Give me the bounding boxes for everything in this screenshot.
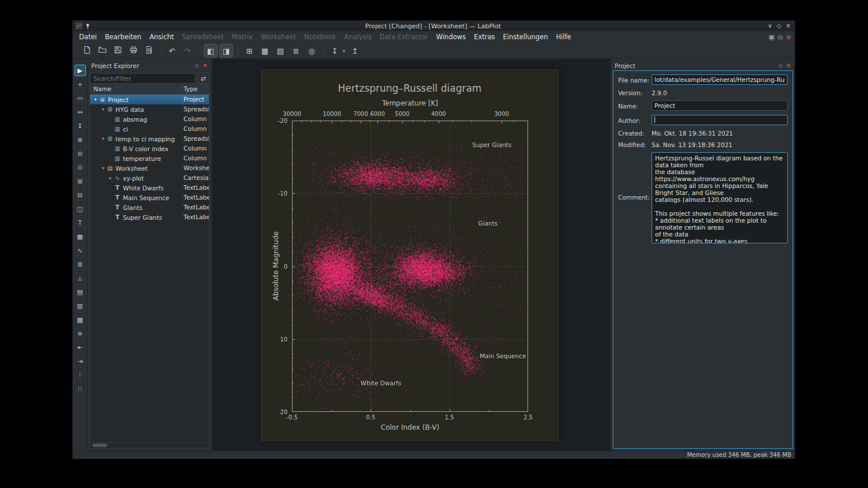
column-header-type[interactable]: Type [181, 85, 209, 94]
add-text-label-tool[interactable]: T [74, 217, 86, 228]
menu-ansicht[interactable]: Ansicht [145, 31, 178, 43]
node-type: TextLabel [181, 183, 209, 193]
zoom-x-select-tool[interactable]: ↔ [74, 106, 86, 118]
undo-button[interactable]: ↶ [165, 44, 179, 58]
add-plot-two-axes-tool[interactable]: ⊟ [74, 189, 86, 201]
auto-scale-tool[interactable]: ⊙ [74, 162, 86, 173]
scrollbar-thumb[interactable] [92, 444, 107, 447]
toolbar-separator [200, 46, 200, 56]
float-dock-icon[interactable]: ◇ [779, 63, 783, 69]
new-file-button[interactable] [80, 44, 93, 58]
top-axis-title[interactable]: Temperature [K] [292, 99, 528, 107]
save-button[interactable] [111, 44, 125, 58]
select-tool[interactable]: ▶ [74, 65, 86, 76]
plot-title[interactable]: Hertzsprung–Russell diagram [261, 82, 558, 94]
tree-row-xy-plot[interactable]: ▸∿xy-plotCartesianPlot [90, 173, 209, 183]
zoom-y-select-tool[interactable]: ↕ [74, 120, 86, 132]
add-axis-tool[interactable]: ⊥ [74, 272, 86, 284]
new-worksheet-button[interactable]: ▤ [274, 44, 287, 58]
more-options-tool[interactable]: ⋮ [74, 369, 86, 381]
dropdown-arrow-icon[interactable]: ∨ [342, 48, 346, 54]
menu-einstellungen[interactable]: Einstellungen [499, 31, 552, 43]
print-preview-button[interactable] [142, 44, 156, 58]
filter-options-icon[interactable]: ⇄ [197, 73, 209, 84]
menu-extras[interactable]: Extras [470, 31, 499, 43]
menu-hilfe[interactable]: Hilfe [552, 31, 575, 43]
titlebar[interactable]: Project [Changed] - [Worksheet] — LabPlo… [73, 21, 795, 31]
tree-row-absmag[interactable]: ▥absmagColumn [90, 114, 209, 124]
new-matrix-button[interactable]: ▦ [258, 44, 272, 58]
snap-options-tool[interactable]: ∷ [74, 383, 86, 395]
tree-row-b-v-color-index[interactable]: ▥B-V color indexColumn [90, 144, 209, 153]
float-dock-icon[interactable]: ◇ [195, 63, 199, 69]
tree-row-super-giants[interactable]: TSuper GiantsTextLabel [90, 212, 209, 222]
tree-row-white-dwarfs[interactable]: TWhite DwarfsTextLabel [90, 183, 209, 193]
redo-button[interactable]: ↷ [181, 44, 194, 58]
grid-layout-tool[interactable]: ▩ [74, 314, 86, 325]
zoom-in-tool[interactable]: ⊕ [74, 134, 86, 145]
maximize-window-icon[interactable]: ◇ [777, 23, 781, 29]
node-type: TextLabel [181, 193, 209, 202]
zoom-select-tool[interactable]: ▭ [74, 92, 86, 104]
tree-row-temp-to-ci-mapping[interactable]: ▾⊞temp to ci mappingSpreadsheet [90, 134, 209, 144]
add-curve-tool[interactable]: ∿ [74, 245, 86, 256]
tree-row-worksheet[interactable]: ▾▤WorksheetWorksheet [90, 163, 209, 173]
y-axis-title[interactable]: Absolute Magnitude [272, 231, 280, 301]
tree-row-project[interactable]: ▾▣ProjectProject [90, 95, 209, 104]
toggle-project-explorer-button[interactable]: ◧ [204, 44, 218, 58]
hr-scatter-plot[interactable] [292, 121, 528, 412]
hide-menubar-icon[interactable]: ▣ [769, 33, 775, 41]
project-explorer-header[interactable]: Project Explorer ◇ × [88, 59, 211, 70]
name-field[interactable] [652, 100, 788, 111]
tree-row-temperature[interactable]: ▥temperatureColumn [90, 153, 209, 163]
tree-row-giants[interactable]: TGiantsTextLabel [90, 202, 209, 212]
column-header-name[interactable]: Name [90, 85, 181, 94]
zoom-out-tool[interactable]: ⊖ [74, 148, 86, 159]
add-plot-centered-tool[interactable]: ◫ [74, 203, 86, 215]
pin-icon[interactable] [85, 23, 91, 29]
add-image-tool[interactable]: ▦ [74, 231, 86, 242]
import-button[interactable]: ↧ [328, 44, 342, 58]
tree-row-ci[interactable]: ▥ciColumn [90, 124, 209, 134]
add-plot-tool[interactable]: ⊞ [74, 175, 86, 187]
open-file-button[interactable] [95, 44, 109, 58]
comment-field[interactable]: Hertzsprung-Russel diagram based on the … [652, 152, 788, 243]
close-dock-icon[interactable]: × [203, 63, 208, 69]
new-notebook-button[interactable]: ≣ [289, 44, 303, 58]
expander-icon[interactable]: ▾ [100, 136, 106, 141]
data-extractor-button[interactable]: ◎ [305, 44, 319, 58]
node-type: Project [181, 95, 204, 104]
align-left-tool[interactable]: ⇤ [74, 341, 86, 353]
tree-row-main-sequence[interactable]: TMain SequenceTextLabel [90, 193, 209, 202]
toggle-properties-button[interactable]: ◨ [219, 44, 233, 58]
menu-datei[interactable]: Datei [75, 31, 101, 43]
menu-windows[interactable]: Windows [432, 31, 470, 43]
shade-window-icon[interactable]: ∨ [768, 23, 772, 29]
export-button[interactable]: ↥ [348, 44, 362, 58]
break-layout-tool[interactable]: ≡ [74, 328, 86, 339]
search-input[interactable] [90, 73, 196, 84]
expander-icon[interactable]: ▾ [92, 97, 99, 102]
worksheet-page[interactable]: Hertzsprung–Russell diagram Temperature … [261, 70, 558, 441]
expander-icon[interactable]: ▾ [100, 166, 106, 171]
close-window-icon[interactable]: × [786, 23, 791, 29]
close-dock-icon[interactable]: × [786, 63, 791, 69]
horizontal-layout-tool[interactable]: ▥ [74, 300, 86, 311]
close-window-icon[interactable]: ⊗ [786, 33, 791, 41]
expander-icon[interactable]: ▾ [100, 107, 106, 112]
file-name-field[interactable] [652, 74, 788, 85]
window-menu-icon[interactable]: ◎ [777, 33, 783, 41]
crosshair-mode-tool[interactable]: + [74, 78, 86, 90]
vertical-layout-tool[interactable]: ▤ [74, 286, 86, 298]
new-spreadsheet-button[interactable]: ⊞ [242, 44, 256, 58]
tree-row-hyg-data[interactable]: ▾⊞HYG dataSpreadsheet [90, 104, 209, 114]
horizontal-scrollbar[interactable] [90, 442, 209, 448]
author-field[interactable] [652, 115, 788, 125]
add-legend-tool[interactable]: ≣ [74, 258, 86, 270]
menu-bearbeiten[interactable]: Bearbeiten [101, 31, 145, 43]
expander-icon[interactable]: ▸ [107, 175, 114, 181]
align-right-tool[interactable]: ⇥ [74, 355, 86, 367]
print-button[interactable] [126, 44, 140, 58]
x-axis-title[interactable]: Color Index (B-V) [292, 423, 528, 431]
properties-header[interactable]: Project ◇ × [611, 59, 795, 70]
